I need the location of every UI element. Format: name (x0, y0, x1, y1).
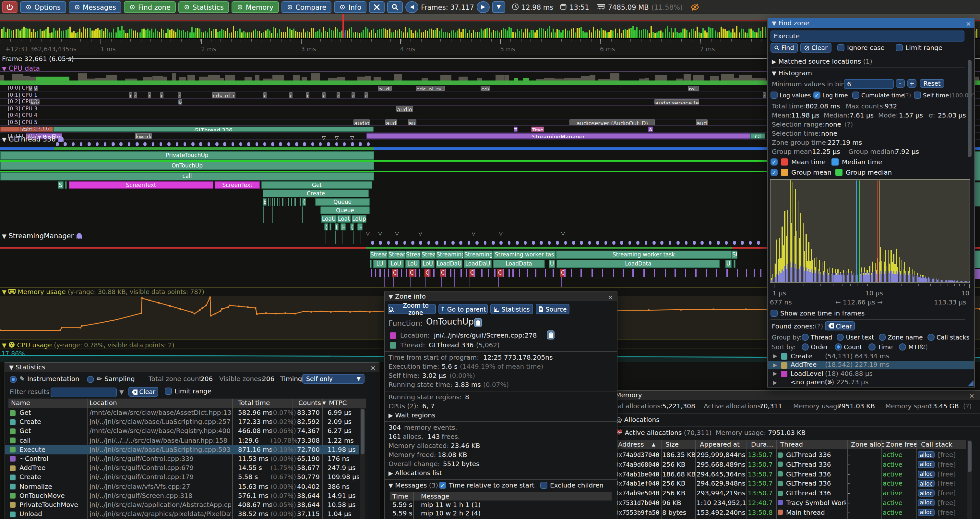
frame-bar[interactable] (215, 29, 216, 38)
frame-bar[interactable] (259, 32, 260, 38)
frame-bar[interactable] (592, 27, 594, 38)
frame-bar[interactable] (625, 29, 626, 38)
frame-bar[interactable] (13, 30, 14, 38)
frame-bar[interactable] (695, 31, 696, 38)
frame-bar[interactable] (539, 28, 540, 38)
frame-bar[interactable] (395, 30, 396, 38)
table-row[interactable]: ~Control jni/../jni/src/guif/Control.cpp… (5, 454, 359, 463)
frame-bar[interactable] (555, 32, 556, 38)
frame-bar[interactable] (383, 28, 384, 38)
zone-bar[interactable]: k (178, 99, 182, 104)
frame-bar[interactable] (480, 29, 482, 38)
frame-bar[interactable] (289, 29, 290, 38)
toolbar-button[interactable]: Find zone (124, 1, 176, 13)
frame-bar[interactable] (628, 29, 630, 38)
frame-bar[interactable] (445, 32, 446, 38)
table-row[interactable]: Get /mnt/e/claw/src/claw/base/Registry.h… (5, 427, 359, 436)
frame-bar[interactable] (517, 29, 518, 38)
frame-bar[interactable] (63, 30, 65, 38)
frame-bar[interactable] (503, 28, 504, 38)
active-allocations-section[interactable]: ▼ Active allocations (70,311) Memory usa… (609, 429, 805, 437)
help-hint[interactable]: (?) (845, 121, 853, 129)
frame-bar[interactable] (229, 33, 230, 38)
frame-bar[interactable] (225, 31, 226, 38)
found-zone-group-row[interactable]: ▶ LoadLevel (18) 406.88 µs (768, 369, 974, 378)
frame-bar[interactable] (680, 32, 682, 38)
frame-bar[interactable] (305, 32, 306, 38)
frame-bar[interactable] (706, 32, 708, 38)
frame-bar[interactable] (497, 31, 498, 38)
frame-bar[interactable] (177, 28, 178, 38)
frame-bar[interactable] (455, 32, 456, 38)
frame-bar[interactable] (735, 32, 736, 38)
message-row[interactable]: 5.59 s mip 10 w 2 h 2 (4) (390, 509, 612, 518)
frame-bar[interactable] (361, 32, 362, 38)
frame-bar[interactable] (623, 30, 624, 38)
frame-bar[interactable] (654, 33, 656, 38)
frame-bar[interactable] (537, 30, 538, 38)
zone-bar[interactable]: ScreenText (215, 181, 260, 189)
found-zone-group-row[interactable]: ▶ AddTree (18,542) 227.19 ms (768, 361, 974, 369)
clear-filter-button[interactable]: Clear (129, 387, 158, 397)
copy-clipboard-button[interactable] (474, 318, 482, 327)
frame-bar[interactable] (611, 30, 612, 38)
find-button[interactable]: Find (770, 43, 798, 53)
zone-bar[interactable]: T (514, 126, 517, 132)
frame-bar[interactable] (263, 32, 264, 38)
zone-bar[interactable]: LoadData (493, 260, 545, 268)
frame-bar[interactable] (139, 33, 140, 38)
frame-bar[interactable] (573, 28, 574, 38)
frame-bar[interactable] (722, 29, 724, 38)
frame-bar[interactable] (483, 30, 484, 38)
close-icon[interactable]: × (969, 391, 975, 401)
frame-bar[interactable] (407, 33, 408, 38)
frame-bar[interactable] (535, 32, 536, 38)
frame-bar[interactable] (141, 30, 142, 38)
frame-bar[interactable] (651, 26, 652, 38)
memory-plot-header[interactable]: ▼ Memory usage (y-range: 30.88 KB, visib… (2, 288, 204, 296)
frame-bar[interactable] (211, 31, 212, 38)
bin-minus-button[interactable]: - (896, 79, 905, 88)
zone-bar[interactable] (370, 260, 372, 268)
frame-bar[interactable] (549, 26, 550, 38)
zone-bar[interactable] (65, 181, 67, 189)
limit-range-checkbox[interactable] (896, 44, 903, 51)
frame-bar[interactable] (81, 32, 83, 38)
frame-bar[interactable] (689, 32, 690, 38)
frame-bar[interactable] (243, 31, 244, 38)
frame-bar[interactable] (187, 31, 188, 38)
zoom-search-button[interactable] (387, 1, 403, 13)
frame-bar[interactable] (704, 30, 706, 38)
frame-bar[interactable] (119, 30, 120, 38)
frame-bar[interactable] (205, 32, 206, 38)
frame-bar[interactable] (45, 29, 47, 38)
mean-time-checkbox[interactable]: ✓ (770, 158, 778, 166)
zone-bar[interactable]: audioserver (AudioOut_D) (570, 120, 655, 125)
zone-bar[interactable]: c (263, 92, 267, 98)
frame-bar[interactable] (151, 29, 153, 38)
frame-bar[interactable] (37, 31, 38, 38)
eye-off-icon[interactable] (690, 3, 699, 11)
zone-bar[interactable]: Streaming (436, 251, 464, 259)
frame-bar[interactable] (513, 32, 514, 38)
frame-bar[interactable] (199, 29, 200, 38)
frame-bar[interactable] (353, 33, 354, 38)
funnel-icon[interactable]: ▼ (119, 388, 124, 396)
frame-bar[interactable] (718, 32, 720, 38)
frame-bar[interactable] (161, 28, 162, 38)
frame-bar[interactable] (635, 30, 636, 38)
message-marker-icon[interactable]: ▽ (378, 231, 382, 236)
statistics-button[interactable]: Statistics (490, 304, 533, 314)
message-marker-icon[interactable]: ▽ (418, 231, 422, 236)
frame-bar[interactable] (668, 32, 670, 38)
frame-bar[interactable] (123, 30, 124, 38)
frame-bar[interactable] (217, 32, 218, 38)
frame-bar[interactable] (612, 31, 614, 38)
power-button[interactable] (2, 1, 18, 13)
frame-bar[interactable] (249, 32, 250, 38)
toolbar-button[interactable]: Messages (68, 1, 121, 13)
frame-bar[interactable] (425, 30, 426, 38)
frame-bar[interactable] (553, 29, 554, 38)
zone-bar[interactable]: St (732, 251, 737, 259)
frame-bar[interactable] (427, 31, 428, 38)
